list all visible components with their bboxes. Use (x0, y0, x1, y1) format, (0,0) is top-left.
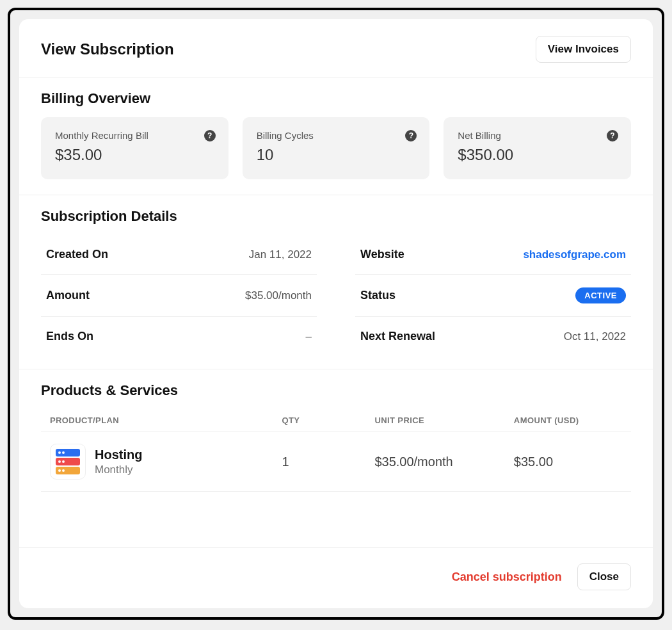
detail-label: Ends On (46, 330, 93, 343)
help-icon[interactable]: ? (607, 130, 618, 141)
card-label: Monthly Recurring Bill (55, 130, 214, 141)
product-unit-price: $35.00/month (374, 455, 513, 469)
website-link[interactable]: shadesofgrape.com (523, 248, 626, 261)
detail-label: Created On (46, 248, 108, 261)
products-table: PRODUCT/PLAN QTY UNIT PRICE AMOUNT (USD)… (19, 409, 653, 547)
col-amount: AMOUNT (USD) (514, 416, 622, 425)
col-product-plan: PRODUCT/PLAN (50, 416, 282, 425)
card-value: $35.00 (55, 146, 214, 164)
close-button[interactable]: Close (577, 563, 631, 590)
detail-status: Status ACTIVE (355, 275, 631, 317)
detail-value: $35.00/month (245, 289, 312, 302)
detail-ends-on: Ends On – (41, 317, 317, 356)
detail-value: – (306, 330, 312, 343)
detail-label: Next Renewal (360, 330, 435, 343)
product-name: Hosting (95, 448, 142, 462)
modal-header: View Subscription View Invoices (19, 19, 653, 77)
products-header-row: PRODUCT/PLAN QTY UNIT PRICE AMOUNT (USD) (41, 409, 631, 432)
billing-overview-cards: ? Monthly Recurring Bill $35.00 ? Billin… (19, 117, 653, 195)
detail-amount: Amount $35.00/month (41, 275, 317, 317)
card-net-billing: ? Net Billing $350.00 (444, 117, 631, 179)
detail-value: Oct 11, 2022 (564, 330, 626, 343)
detail-next-renewal: Next Renewal Oct 11, 2022 (355, 317, 631, 356)
detail-label: Website (360, 248, 404, 261)
product-row: Hosting Monthly 1 $35.00/month $35.00 (41, 432, 631, 492)
modal-footer: Cancel subscription Close (19, 547, 653, 608)
detail-value: Jan 11, 2022 (249, 248, 312, 261)
modal-title: View Subscription (41, 40, 174, 58)
status-badge: ACTIVE (575, 287, 626, 303)
card-label: Billing Cycles (257, 130, 416, 141)
detail-label: Status (360, 289, 396, 302)
help-icon[interactable]: ? (204, 130, 216, 141)
detail-label: Amount (46, 289, 90, 302)
cancel-subscription-link[interactable]: Cancel subscription (452, 570, 562, 584)
card-value: 10 (257, 146, 416, 164)
product-subtext: Monthly (95, 464, 142, 476)
billing-overview-title: Billing Overview (19, 77, 653, 117)
hosting-icon (50, 444, 86, 480)
subscription-details: Created On Jan 11, 2022 Website shadesof… (19, 235, 653, 369)
col-qty: QTY (282, 416, 374, 425)
col-unit-price: UNIT PRICE (374, 416, 513, 425)
card-label: Net Billing (458, 130, 617, 141)
product-amount: $35.00 (514, 455, 622, 469)
products-title: Products & Services (19, 369, 653, 409)
detail-created-on: Created On Jan 11, 2022 (41, 235, 317, 275)
detail-website: Website shadesofgrape.com (355, 235, 631, 275)
product-qty: 1 (282, 455, 374, 469)
card-value: $350.00 (458, 146, 617, 164)
card-billing-cycles: ? Billing Cycles 10 (243, 117, 430, 179)
card-monthly-recurring: ? Monthly Recurring Bill $35.00 (41, 117, 228, 179)
subscription-details-title: Subscription Details (19, 195, 653, 235)
subscription-modal: View Subscription View Invoices Billing … (19, 19, 653, 608)
view-invoices-button[interactable]: View Invoices (536, 36, 631, 63)
